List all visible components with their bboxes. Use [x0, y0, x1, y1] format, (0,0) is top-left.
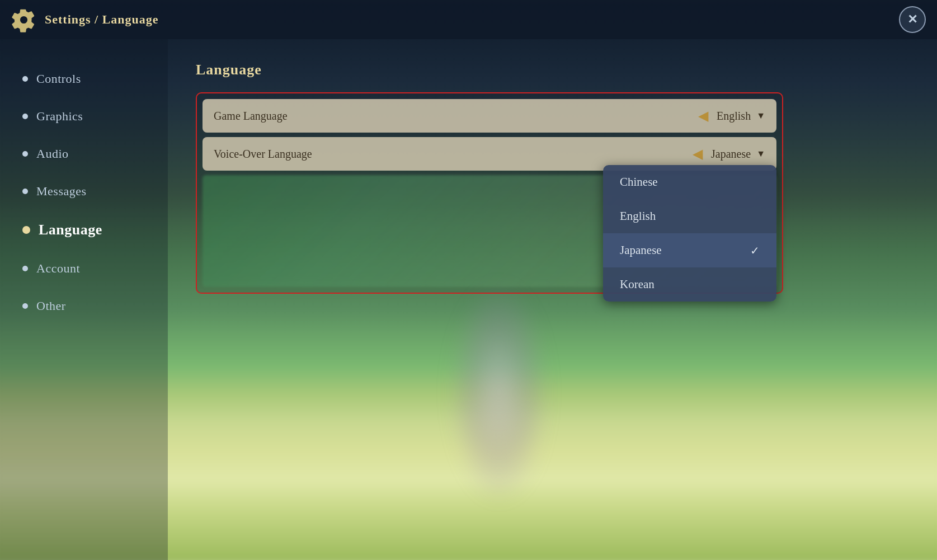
header-title: Settings / Language [45, 12, 159, 27]
sidebar-item-label: Other [36, 299, 66, 313]
main-content: Controls Graphics Audio Messages Languag… [0, 39, 937, 560]
dot-icon [22, 189, 28, 194]
close-button[interactable]: ✕ [899, 6, 926, 33]
dropdown-option-label: Japanese [620, 243, 662, 257]
sidebar-item-graphics[interactable]: Graphics [11, 99, 157, 134]
dot-icon [22, 114, 28, 119]
game-language-row[interactable]: Game Language ◀ English ▼ [203, 99, 776, 133]
dropdown-option-label: English [620, 209, 656, 223]
checkmark-icon: ✓ [750, 244, 760, 257]
dropdown-option-label: Chinese [620, 175, 658, 189]
dot-icon [22, 303, 28, 309]
game-language-value: English [717, 110, 751, 123]
sidebar-item-audio[interactable]: Audio [11, 137, 157, 171]
dot-icon [22, 76, 28, 82]
content-panel: Language Game Language ◀ English ▼ Voice… [168, 39, 937, 560]
game-language-label: Game Language [214, 110, 698, 123]
sidebar: Controls Graphics Audio Messages Languag… [0, 39, 168, 560]
header: Settings / Language ✕ [0, 0, 937, 39]
voiceover-language-value: Japanese [711, 148, 751, 161]
sidebar-item-other[interactable]: Other [11, 289, 157, 323]
dropdown-option-japanese[interactable]: Japanese ✓ [603, 233, 776, 267]
sidebar-item-label: Language [39, 222, 102, 238]
voiceover-language-left-arrow[interactable]: ◀ [693, 146, 703, 162]
sidebar-item-account[interactable]: Account [11, 251, 157, 286]
sidebar-item-label: Account [36, 261, 80, 276]
voiceover-dropdown-menu[interactable]: Chinese English Japanese ✓ Korean [603, 165, 776, 302]
settings-box: Game Language ◀ English ▼ Voice-Over Lan… [196, 92, 783, 294]
dropdown-option-label: Korean [620, 277, 655, 291]
game-language-dropdown-arrow[interactable]: ▼ [756, 111, 765, 121]
sidebar-item-label: Controls [36, 72, 81, 86]
sidebar-item-messages[interactable]: Messages [11, 174, 157, 209]
dot-icon [22, 266, 28, 271]
sidebar-item-language[interactable]: Language [11, 211, 157, 248]
game-language-left-arrow[interactable]: ◀ [698, 108, 708, 124]
sidebar-item-label: Messages [36, 184, 87, 199]
dot-icon-active [22, 226, 30, 234]
section-title: Language [196, 62, 909, 78]
dropdown-option-chinese[interactable]: Chinese [603, 165, 776, 199]
gear-icon [11, 7, 36, 32]
dropdown-option-english[interactable]: English [603, 199, 776, 233]
voiceover-language-label: Voice-Over Language [214, 148, 693, 161]
sidebar-item-label: Audio [36, 147, 69, 161]
voiceover-language-dropdown-arrow[interactable]: ▼ [756, 149, 765, 159]
sidebar-item-label: Graphics [36, 109, 83, 124]
sidebar-item-controls[interactable]: Controls [11, 62, 157, 96]
dropdown-option-korean[interactable]: Korean [603, 267, 776, 302]
dot-icon [22, 151, 28, 157]
